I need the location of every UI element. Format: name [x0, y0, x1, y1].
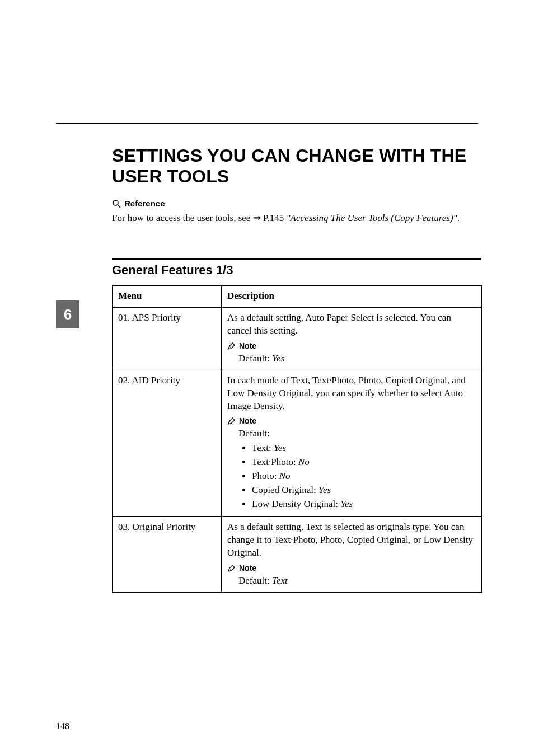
settings-table: Menu Description 01. APS PriorityAs a de…	[112, 285, 481, 593]
menu-cell: 03. Original Priority	[113, 516, 222, 592]
pencil-icon	[227, 417, 236, 425]
page-top-rule	[56, 123, 478, 124]
search-icon	[112, 199, 121, 208]
table-row: 02. AID PriorityIn each mode of Text, Te…	[113, 370, 482, 516]
reference-text-italic: "Accessing The User Tools (Copy Features…	[286, 213, 457, 223]
arrow-icon: ⇒	[253, 213, 261, 223]
note-line: Default: Text	[238, 575, 476, 588]
table-row: 01. APS PriorityAs a default setting, Au…	[113, 307, 482, 370]
description-cell: In each mode of Text, Text·Photo, Photo,…	[222, 370, 482, 516]
note-label: Note	[227, 341, 476, 351]
menu-cell: 01. APS Priority	[113, 307, 222, 370]
table-header-menu: Menu	[113, 286, 222, 308]
description-cell: As a default setting, Text is selected a…	[222, 516, 482, 592]
side-tab-number: 6	[64, 306, 72, 323]
note-bullet: Low Density Original: Yes	[252, 498, 476, 511]
page-number: 148	[56, 721, 69, 731]
svg-point-0	[113, 200, 118, 205]
table-row: 03. Original PriorityAs a default settin…	[113, 516, 482, 592]
description-cell: As a default setting, Auto Paper Select …	[222, 307, 482, 370]
note-body: Default: Text	[227, 575, 476, 588]
note-bullet-list: Text: YesText·Photo: NoPhoto: NoCopied O…	[238, 442, 476, 511]
note-bullet: Photo: No	[252, 470, 476, 483]
note-label-text: Note	[239, 341, 256, 351]
reference-text-pre: For how to access the user tools, see	[112, 213, 253, 223]
description-text: As a default setting, Auto Paper Select …	[227, 312, 476, 337]
section-title: General Features 1/3	[112, 263, 233, 278]
reference-text: For how to access the user tools, see ⇒ …	[112, 212, 481, 226]
note-body: Default:Text: YesText·Photo: NoPhoto: No…	[227, 428, 476, 511]
note-label: Note	[227, 416, 476, 426]
note-label-text: Note	[239, 416, 256, 426]
note-label: Note	[227, 563, 476, 574]
reference-text-mid: P.145	[261, 213, 287, 223]
description-text: In each mode of Text, Text·Photo, Photo,…	[227, 374, 476, 413]
pencil-icon	[227, 342, 236, 350]
description-text: As a default setting, Text is selected a…	[227, 521, 476, 560]
svg-line-3	[229, 421, 232, 424]
section-divider	[112, 258, 481, 260]
note-bullet: Text: Yes	[252, 442, 476, 455]
note-bullet: Text·Photo: No	[252, 456, 476, 469]
pencil-icon	[227, 564, 236, 572]
svg-line-2	[229, 346, 232, 348]
page-heading: SETTINGS YOU CAN CHANGE WITH THE USER TO…	[112, 145, 481, 187]
svg-line-4	[229, 568, 232, 570]
side-tab: 6	[56, 300, 79, 328]
note-bullet: Copied Original: Yes	[252, 484, 476, 497]
reference-label: Reference	[112, 199, 481, 208]
reference-text-post: .	[457, 213, 460, 223]
svg-line-1	[118, 205, 120, 208]
table-header-description: Description	[222, 286, 482, 308]
menu-cell: 02. AID Priority	[113, 370, 222, 516]
reference-label-text: Reference	[124, 199, 165, 208]
note-line: Default:	[238, 428, 476, 440]
note-body: Default: Yes	[227, 353, 476, 365]
note-line: Default: Yes	[238, 353, 476, 365]
note-label-text: Note	[239, 563, 256, 574]
